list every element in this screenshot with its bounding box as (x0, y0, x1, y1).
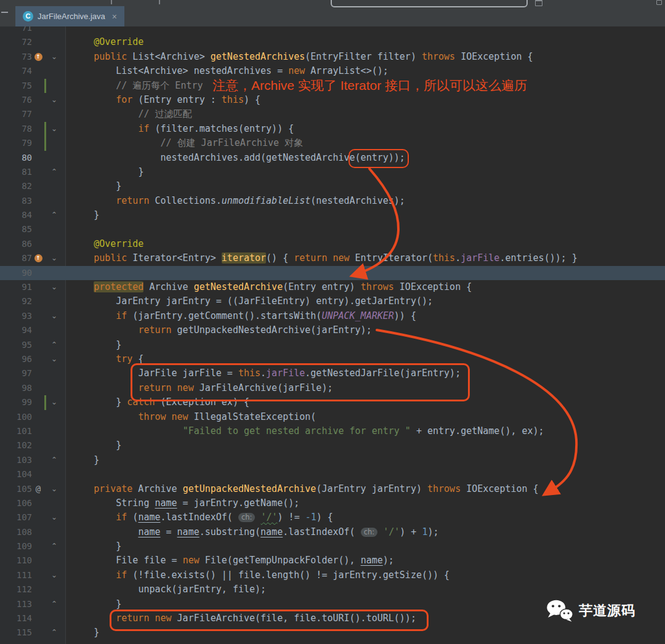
code-token[interactable]: throw (138, 411, 166, 422)
line-number[interactable]: 95 (0, 338, 32, 352)
code-token[interactable]: if (116, 310, 127, 321)
code-token[interactable]: throws (427, 483, 461, 494)
code-line[interactable]: 81⌃ } (0, 165, 665, 179)
code-line[interactable]: 102 } (0, 438, 665, 453)
line-number[interactable]: 92 (0, 294, 32, 308)
line-number[interactable]: 94 (0, 323, 32, 337)
code-token[interactable]: return (138, 324, 171, 336)
line-number[interactable]: 96 (0, 352, 32, 366)
search-input[interactable] (331, 0, 528, 7)
code-line[interactable]: 101 "Failed to get nested archive for en… (0, 424, 665, 438)
code-line[interactable]: 106 String name = jarEntry.getName(); (0, 496, 665, 510)
line-number[interactable]: 78 (0, 122, 32, 136)
line-number[interactable]: 99 (0, 395, 32, 409)
code-token[interactable]: public (94, 51, 127, 62)
code-token[interactable]: protected (94, 281, 143, 292)
code-line[interactable]: 112 unpack(jarEntry, file); (0, 582, 665, 597)
code-token[interactable]: } (116, 598, 121, 610)
tab-close-icon[interactable]: × (112, 12, 117, 21)
fold-icon[interactable]: ⌄ (48, 93, 60, 107)
code-token[interactable]: return (116, 195, 149, 206)
code-token[interactable]: . (455, 252, 461, 264)
line-number[interactable]: 110 (0, 553, 32, 568)
code-token[interactable]: ( (127, 512, 138, 523)
code-line[interactable]: 103⌃ } (0, 453, 665, 467)
line-number[interactable]: 80 (0, 151, 32, 165)
code-token[interactable]: @Override (94, 36, 143, 47)
code-line[interactable]: 111⌄ if (!file.exists() || file.length()… (0, 568, 665, 582)
fold-icon[interactable]: ⌄ (48, 482, 60, 496)
code-line[interactable]: 73↑⌄ public List<Archive> getNestedArchi… (0, 50, 665, 64)
code-text[interactable]: String name = jarEntry.getName(); (60, 496, 299, 510)
line-number[interactable]: 75 (0, 79, 32, 93)
code-token[interactable]: List<Archive> nestedArchives = (116, 65, 288, 76)
code-token[interactable]: .entries()); } (499, 252, 577, 264)
fold-icon[interactable]: ⌄ (48, 395, 60, 409)
code-token[interactable] (166, 411, 172, 422)
code-text[interactable] (60, 467, 71, 481)
code-token[interactable]: JarEntry jarEntry = ((JarFileEntry) entr… (116, 296, 433, 307)
code-token[interactable]: try (116, 353, 132, 364)
line-number[interactable]: 93 (0, 309, 32, 323)
code-token[interactable]: IllegalStateException( (188, 411, 316, 422)
code-text[interactable]: protected Archive getNestedArchive(Entry… (60, 280, 472, 294)
code-text[interactable]: @Override (60, 35, 143, 49)
code-text[interactable]: // 遍历每个 Entry (60, 79, 203, 93)
code-token[interactable]: '/' (383, 526, 400, 537)
code-token[interactable]: ) != (278, 512, 305, 523)
code-text[interactable]: File file = new File(getTempUnpackFolder… (60, 553, 394, 568)
code-token[interactable]: } (116, 396, 127, 408)
line-number[interactable]: 108 (0, 525, 32, 539)
line-number[interactable]: 106 (0, 496, 32, 510)
line-number[interactable]: 105 (0, 482, 32, 496)
line-number[interactable]: 83 (0, 194, 32, 208)
code-token[interactable]: name (361, 555, 383, 566)
code-line[interactable]: 92 JarEntry jarEntry = ((JarFileEntry) e… (0, 294, 665, 308)
fold-icon[interactable]: ⌃ (48, 165, 60, 179)
code-token[interactable]: this (433, 252, 455, 264)
code-token[interactable]: .lastIndexOf( (283, 526, 360, 537)
code-token[interactable]: name (155, 497, 177, 509)
code-token[interactable]: getUnpackedNestedArchive(jarEntry); (172, 324, 372, 336)
code-line[interactable]: 90 (0, 266, 665, 280)
fold-icon[interactable]: ⌄ (48, 568, 60, 582)
code-text[interactable]: } (60, 539, 121, 553)
code-line[interactable]: 104 (0, 467, 665, 481)
code-line[interactable]: 82 } (0, 179, 665, 193)
code-token[interactable]: IOException { (394, 281, 472, 292)
code-token[interactable]: UNPACK_MARKER (321, 310, 393, 321)
code-text[interactable]: } (60, 179, 121, 193)
fold-icon[interactable]: ⌃ (48, 597, 60, 611)
code-text[interactable] (60, 26, 71, 35)
code-token[interactable]: Collections. (149, 195, 221, 206)
code-token[interactable]: // 创建 JarFileArchive 对象 (161, 137, 304, 148)
fold-icon[interactable]: ⌃ (48, 539, 60, 553)
code-line[interactable]: 84⌃ } (0, 208, 665, 222)
code-token[interactable]: ); (427, 526, 438, 537)
code-text[interactable]: for (Entry entry : this) { (60, 93, 260, 107)
code-line[interactable]: 71 (0, 26, 665, 35)
code-token[interactable]: Iterator<Entry> (127, 252, 222, 264)
line-number[interactable]: 113 (0, 597, 32, 611)
fold-icon[interactable]: ⌄ (48, 352, 60, 366)
code-token[interactable]: new (183, 555, 200, 566)
code-text[interactable]: return getUnpackedNestedArchive(jarEntry… (60, 323, 372, 337)
code-text[interactable]: @Override (60, 237, 143, 251)
code-token[interactable]: throws (361, 281, 394, 292)
code-token[interactable]: -1 (305, 512, 316, 523)
code-token[interactable] (377, 526, 383, 537)
line-number[interactable]: 74 (0, 64, 32, 78)
code-text[interactable]: JarEntry jarEntry = ((JarFileEntry) entr… (60, 294, 433, 308)
code-token[interactable]: ArrayList<>(); (305, 65, 388, 76)
code-line[interactable]: 83 return Collections.unmodifiableList(n… (0, 194, 665, 208)
code-token[interactable]: } (116, 541, 121, 552)
line-number[interactable]: 98 (0, 381, 32, 395)
code-token[interactable]: for (116, 94, 132, 105)
code-text[interactable]: // 创建 JarFileArchive 对象 (60, 136, 303, 150)
override-method-gutter-icon[interactable]: ↑ (32, 251, 44, 265)
code-text[interactable]: private Archive getUnpackedNestedArchive… (60, 482, 539, 496)
code-token[interactable]: unmodifiableList (222, 195, 311, 206)
code-text[interactable]: } (60, 208, 99, 222)
code-token[interactable]: = jarEntry.getName(); (177, 497, 300, 509)
code-token[interactable]: throws (422, 51, 455, 62)
